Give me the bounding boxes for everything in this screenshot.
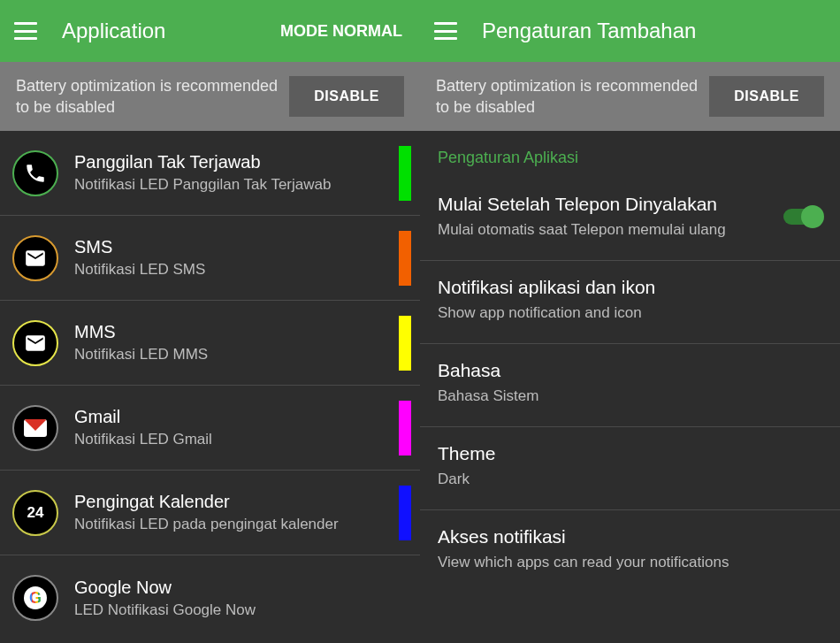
row-title: Google Now [74,578,411,598]
setting-title: Notifikasi aplikasi dan ikon [438,277,822,298]
app-list: Panggilan Tak Terjawab Notifikasi LED Pa… [0,131,420,643]
row-text: MMS Notifikasi LED MMS [74,322,390,364]
setting-sub: Dark [438,470,822,490]
row-sub: LED Notifikasi Google Now [74,601,411,619]
left-banner-text: Battery optimization is recommended to b… [16,75,289,119]
led-indicator[interactable] [399,146,411,201]
setting-texts: Bahasa Bahasa Sistem [438,360,822,407]
gmail-icon [12,405,58,451]
row-sub: Notifikasi LED MMS [74,346,390,364]
led-indicator[interactable] [399,486,411,540]
mode-label[interactable]: MODE NORMAL [280,22,402,41]
setting-texts: Akses notifikasi View which apps can rea… [438,526,822,573]
row-title: SMS [74,237,390,257]
setting-language[interactable]: Bahasa Bahasa Sistem [420,344,840,427]
menu-icon[interactable] [434,22,457,40]
setting-sub: Bahasa Sistem [438,387,822,407]
right-banner-text: Battery optimization is recommended to b… [436,75,709,119]
setting-theme[interactable]: Theme Dark [420,427,840,510]
row-text: Panggilan Tak Terjawab Notifikasi LED Pa… [74,152,390,194]
left-title: Application [62,19,280,43]
right-title: Pengaturan Tambahan [482,19,826,43]
setting-title: Akses notifikasi [438,526,822,547]
setting-texts: Theme Dark [438,443,822,490]
right-header: Pengaturan Tambahan [420,0,840,62]
setting-sub: View which apps can read your notificati… [438,553,822,573]
setting-sub: Show app notification and icon [438,303,822,324]
menu-icon[interactable] [14,22,37,40]
row-sub: Notifikasi LED Gmail [74,431,390,448]
right-banner: Battery optimization is recommended to b… [420,62,840,131]
row-title: Gmail [74,407,390,427]
setting-title: Theme [438,443,822,464]
row-sub: Notifikasi LED pada pengingat kalender [74,516,390,533]
app-row-sms[interactable]: SMS Notifikasi LED SMS [0,216,420,301]
right-pane: Pengaturan Tambahan Battery optimization… [420,0,840,643]
row-text: Gmail Notifikasi LED Gmail [74,407,390,448]
row-title: Pengingat Kalender [74,492,390,512]
app-row-gmail[interactable]: Gmail Notifikasi LED Gmail [0,386,420,471]
mail-icon [12,235,58,281]
setting-texts: Notifikasi aplikasi dan ikon Show app no… [438,277,822,324]
google-icon: G [12,575,58,621]
row-text: Pengingat Kalender Notifikasi LED pada p… [74,492,390,533]
app-row-google-now[interactable]: G Google Now LED Notifikasi Google Now [0,555,420,640]
left-banner: Battery optimization is recommended to b… [0,62,420,131]
left-pane: Application MODE NORMAL Battery optimiza… [0,0,420,643]
setting-texts: Mulai Setelah Telepon Dinyalakan Mulai o… [438,194,766,241]
row-sub: Notifikasi LED SMS [74,261,390,279]
setting-title: Mulai Setelah Telepon Dinyalakan [438,194,766,215]
app-row-mms[interactable]: MMS Notifikasi LED MMS [0,301,420,386]
setting-app-notif-icon[interactable]: Notifikasi aplikasi dan ikon Show app no… [420,261,840,344]
led-indicator[interactable] [399,316,411,371]
row-sub: Notifikasi LED Panggilan Tak Terjawab [74,176,390,194]
left-header: Application MODE NORMAL [0,0,420,62]
disable-button[interactable]: DISABLE [289,76,404,117]
calendar-icon: 24 [12,490,58,536]
row-text: SMS Notifikasi LED SMS [74,237,390,279]
section-label: Pengaturan Aplikasi [420,131,840,178]
phone-icon [12,150,58,196]
led-indicator[interactable] [399,231,411,286]
led-indicator[interactable] [399,401,411,455]
mail-icon [12,320,58,366]
setting-sub: Mulai otomatis saat Telepon memulai ulan… [438,220,766,241]
setting-title: Bahasa [438,360,822,381]
row-title: MMS [74,322,390,342]
row-text: Google Now LED Notifikasi Google Now [74,578,411,619]
setting-notification-access[interactable]: Akses notifikasi View which apps can rea… [420,510,840,593]
setting-autostart[interactable]: Mulai Setelah Telepon Dinyalakan Mulai o… [420,178,840,261]
disable-button[interactable]: DISABLE [709,76,824,117]
app-row-calendar[interactable]: 24 Pengingat Kalender Notifikasi LED pad… [0,471,420,555]
app-row-missed-call[interactable]: Panggilan Tak Terjawab Notifikasi LED Pa… [0,131,420,216]
row-title: Panggilan Tak Terjawab [74,152,390,172]
toggle-switch[interactable] [783,209,822,225]
